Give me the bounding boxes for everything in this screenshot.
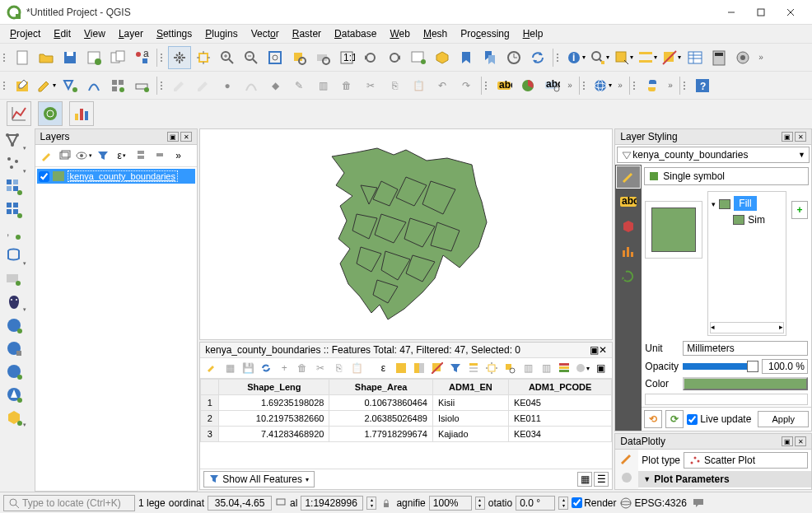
menu-mesh[interactable]: Mesh: [417, 26, 454, 41]
toggle-edit-icon[interactable]: [203, 360, 220, 376]
menu-settings[interactable]: Settings: [150, 26, 198, 41]
highlight-label-icon[interactable]: abc: [540, 74, 563, 97]
multi-edit-icon[interactable]: ▦: [222, 360, 238, 376]
add-group-icon[interactable]: [56, 147, 74, 165]
web-icon[interactable]: ▾: [590, 74, 614, 97]
add-raster-icon[interactable]: [2, 176, 26, 198]
layers-list[interactable]: kenya_county_boundaries: [35, 167, 198, 491]
save-edits-icon[interactable]: [192, 74, 215, 97]
reload-icon[interactable]: [258, 360, 274, 376]
scrollbar[interactable]: ◂▸: [710, 322, 784, 333]
history-forward-icon[interactable]: ⟳: [665, 410, 684, 428]
add-arcgis-icon[interactable]: [2, 384, 26, 405]
minimize-button[interactable]: [716, 0, 746, 25]
actions-icon[interactable]: ▾: [574, 360, 590, 376]
add-delimited-text-icon[interactable]: ,: [2, 222, 26, 244]
maximize-button[interactable]: [746, 0, 776, 25]
move-selection-top-icon[interactable]: [465, 360, 482, 376]
toolbar-overflow[interactable]: »: [614, 74, 626, 97]
save-edits-icon[interactable]: 💾: [240, 360, 256, 376]
menu-help[interactable]: Help: [516, 26, 550, 41]
zoom-to-selected-icon[interactable]: [502, 360, 518, 376]
col-header[interactable]: Shape_Area: [329, 380, 433, 395]
toolbar-overflow[interactable]: »: [665, 74, 676, 97]
delete-field-icon[interactable]: ▥: [538, 360, 554, 376]
toolbar-handle[interactable]: [161, 49, 166, 67]
toolbox-icon[interactable]: [731, 46, 754, 69]
copy-icon[interactable]: ⎘: [330, 360, 347, 376]
toolbar-handle[interactable]: [684, 77, 688, 95]
3dview-tab-icon[interactable]: [617, 216, 640, 237]
save-project-icon[interactable]: [58, 46, 82, 69]
refresh-icon[interactable]: [526, 46, 549, 69]
new-spatialite-icon[interactable]: [106, 74, 129, 97]
invert-selection-icon[interactable]: [411, 360, 427, 376]
attribute-grid[interactable]: Shape_Leng Shape_Area ADM1_EN ADM1_PCODE…: [200, 379, 612, 469]
toolbar-handle[interactable]: [3, 49, 8, 67]
lock-scale-icon[interactable]: [380, 497, 393, 510]
symbol-layer-tree[interactable]: ▾Fill Sim ◂▸: [707, 191, 786, 336]
table-row[interactable]: 11.692351980280.10673860464KisiiKE045: [201, 395, 612, 411]
undock-icon[interactable]: ▣: [782, 436, 793, 446]
menu-view[interactable]: View: [77, 26, 112, 41]
zoom-to-layer-icon[interactable]: [311, 46, 334, 69]
modify-attrs-icon[interactable]: ▥: [311, 74, 334, 97]
plot-type-select[interactable]: Scatter Plot: [684, 452, 808, 469]
paste-icon[interactable]: 📋: [348, 360, 365, 376]
python-console-icon[interactable]: [641, 74, 664, 97]
apply-button[interactable]: Apply: [758, 411, 809, 427]
menu-project[interactable]: Project: [3, 26, 47, 41]
help-icon[interactable]: ?: [691, 74, 714, 97]
add-spatialite-icon[interactable]: ▾: [2, 245, 26, 267]
pan-map-icon[interactable]: [168, 46, 191, 69]
rot-spinner[interactable]: ▴▾: [558, 497, 568, 510]
zoom-last-icon[interactable]: [359, 46, 382, 69]
edits-pencil-icon[interactable]: ▾: [35, 74, 58, 97]
history-tab-icon[interactable]: [617, 265, 640, 287]
close-panel-icon[interactable]: ✕: [180, 132, 192, 142]
toolbar-overflow[interactable]: »: [755, 46, 767, 69]
plotly-settings-icon[interactable]: [619, 451, 634, 469]
undo-icon[interactable]: ↶: [431, 74, 454, 97]
digitize-icon[interactable]: [82, 74, 105, 97]
label-toolbar-icon[interactable]: abc: [492, 74, 516, 97]
col-header[interactable]: ADM1_PCODE: [508, 380, 611, 395]
toolbar-overflow[interactable]: »: [170, 147, 188, 165]
add-virtual-layer-icon[interactable]: [2, 268, 26, 290]
zoom-to-selection-icon[interactable]: [287, 46, 310, 69]
filter-expression-icon[interactable]: ε▾: [113, 147, 131, 165]
pan-to-selection-icon[interactable]: [192, 46, 215, 69]
deselect-all-at-icon[interactable]: [429, 360, 446, 376]
add-feature-icon[interactable]: +: [276, 360, 292, 376]
toolbar-overflow[interactable]: »: [564, 74, 576, 97]
style-preset-icon[interactable]: [37, 147, 55, 165]
new-field-icon[interactable]: ▥: [520, 360, 536, 376]
select-features-icon[interactable]: ▾: [612, 46, 635, 69]
new-map-view-icon[interactable]: [407, 46, 430, 69]
menu-plugins[interactable]: Plugins: [198, 26, 244, 41]
rotation-field[interactable]: 0.0 °: [516, 496, 555, 511]
render-checkbox[interactable]: Render: [572, 497, 616, 509]
layout-manager-icon[interactable]: [106, 46, 129, 69]
labels-tab-icon[interactable]: abc: [617, 191, 640, 212]
new-geopackage-icon[interactable]: [130, 74, 153, 97]
new-shapefile-icon[interactable]: [58, 74, 82, 97]
table-view-icon[interactable]: ▦: [577, 472, 592, 487]
menu-web[interactable]: Web: [383, 26, 416, 41]
live-update-checkbox[interactable]: Live update: [687, 413, 754, 425]
add-feature-icon[interactable]: ●: [216, 74, 239, 97]
menu-edit[interactable]: Edit: [47, 26, 77, 41]
scale-spinner[interactable]: ▴▾: [366, 497, 376, 510]
diagrams-tab-icon[interactable]: [617, 240, 640, 262]
add-geonode-icon[interactable]: ▾: [2, 407, 26, 428]
history-back-icon[interactable]: ⟲: [644, 410, 662, 428]
dock-icon[interactable]: ▣: [592, 360, 609, 376]
plot-parameters-header[interactable]: ▼Plot Parameters: [638, 471, 811, 487]
select-all-icon[interactable]: [393, 360, 409, 376]
add-wms-icon[interactable]: [2, 315, 26, 336]
coord-field[interactable]: 35.04,-4.65: [208, 496, 272, 511]
add-wfs-icon[interactable]: [2, 361, 26, 382]
layer-visibility-checkbox[interactable]: [39, 171, 49, 182]
add-vector-icon[interactable]: ▾: [2, 130, 26, 152]
toolbar-handle[interactable]: [633, 77, 638, 95]
